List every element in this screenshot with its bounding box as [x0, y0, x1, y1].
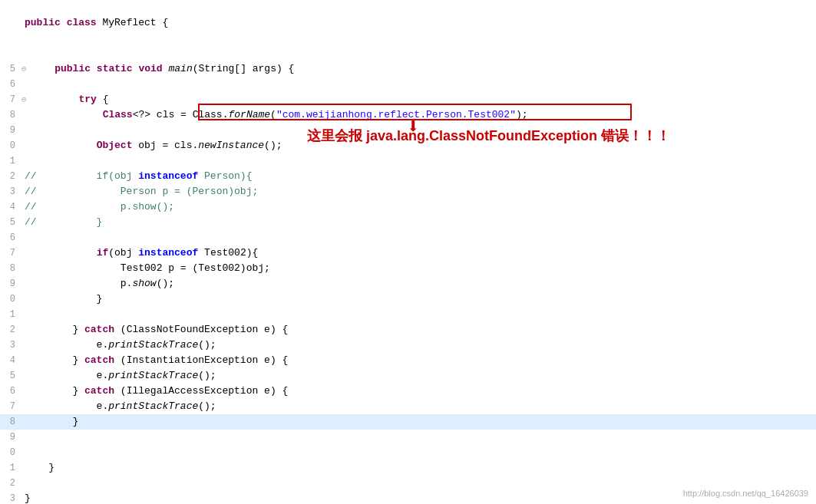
code-line: 2 } catch (ClassNotFoundException e) {	[0, 322, 816, 338]
code-line-highlighted: 8 }	[0, 414, 816, 430]
code-line: 5 // }	[0, 215, 816, 230]
code-line: 6 } catch (IllegalAccessException e) {	[0, 384, 816, 399]
code-line: 7 if(obj instanceof Test002){	[0, 245, 816, 261]
code-line: 0 }	[0, 292, 816, 307]
code-line	[0, 46, 816, 61]
code-line: 8 Test002 p = (Test002)obj;	[0, 261, 816, 276]
code-line: 4 } catch (InstantiationException e) {	[0, 353, 816, 368]
code-line: 0	[0, 445, 816, 460]
code-line	[0, 0, 816, 15]
code-line: 1 }	[0, 460, 816, 476]
watermark: http://blog.csdn.net/qq_16426039	[683, 489, 808, 498]
code-editor: ⬇ 这里会报 java.lang.ClassNotFoundException …	[0, 0, 816, 504]
code-line: 2 // if(obj instanceof Person){	[0, 169, 816, 184]
code-line: 7 ⊖ try {	[0, 92, 816, 107]
code-line	[0, 31, 816, 46]
code-line: 5 e.printStackTrace();	[0, 368, 816, 384]
code-line: 6	[0, 230, 816, 245]
code-line: public class MyReflect {	[0, 15, 816, 31]
code-line: 7 e.printStackTrace();	[0, 399, 816, 414]
code-line: 1	[0, 153, 816, 169]
code-line: 9	[0, 430, 816, 445]
code-line: 3 // Person p = (Person)obj;	[0, 184, 816, 199]
code-line: 1	[0, 307, 816, 322]
code-line: 5 ⊖ public static void main(String[] arg…	[0, 61, 816, 77]
code-line: 9 p.show();	[0, 276, 816, 292]
annotation-text: 这里会报 java.lang.ClassNotFoundException 错误…	[307, 127, 670, 145]
code-line: 4 // p.show();	[0, 199, 816, 215]
code-line: 3 e.printStackTrace();	[0, 338, 816, 353]
code-line: 6	[0, 77, 816, 92]
